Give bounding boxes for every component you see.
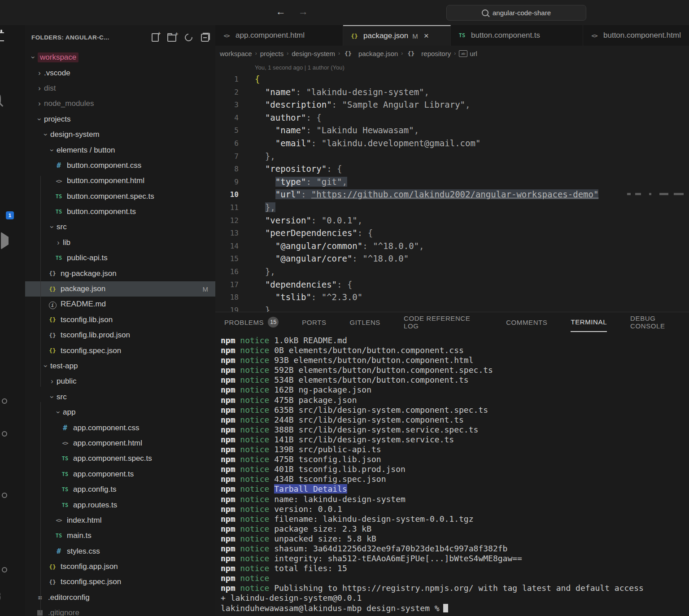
chevron-down-icon[interactable]: › bbox=[35, 115, 44, 124]
tree-item-vscode[interactable]: ›.vscode bbox=[25, 65, 215, 80]
tree-item-package-json[interactable]: {}package.jsonM bbox=[25, 281, 215, 297]
tree-item-lib[interactable]: ›lib bbox=[25, 235, 215, 250]
tree-item-button-component-html[interactable]: <>button.component.html bbox=[25, 173, 215, 188]
panel-tab-code-reference-log[interactable]: CODE REFERENCE LOG bbox=[404, 312, 483, 332]
command-center-search[interactable]: angular-code-share bbox=[446, 5, 586, 21]
tree-item-tsconfig-spec-json[interactable]: {}tsconfig.spec.json bbox=[25, 574, 215, 590]
search-icon[interactable] bbox=[0, 96, 12, 111]
tab-app-component-html[interactable]: <>app.component.html bbox=[215, 25, 343, 46]
tree-item-design-system[interactable]: ›design-system bbox=[25, 127, 215, 142]
tree-item-app[interactable]: ›app bbox=[25, 405, 215, 420]
code-editor[interactable]: You, 1 second ago | 1 author (You)1{2 "n… bbox=[215, 61, 689, 312]
tree-item-node-modules[interactable]: ›node_modules bbox=[25, 96, 215, 111]
chevron-down-icon[interactable]: › bbox=[48, 146, 56, 155]
tree-item-public-api-ts[interactable]: TSpublic-api.ts bbox=[25, 250, 215, 266]
explorer-icon[interactable] bbox=[0, 31, 12, 46]
chevron-down-icon[interactable]: › bbox=[48, 223, 56, 232]
run-debug-icon[interactable] bbox=[0, 237, 12, 252]
chevron-down-icon[interactable]: › bbox=[42, 362, 50, 371]
chevron-right-icon[interactable]: › bbox=[35, 69, 44, 77]
tree-item-main-ts[interactable]: TSmain.ts bbox=[25, 528, 215, 543]
tree-item-button-component-ts[interactable]: TSbutton.component.ts bbox=[25, 204, 215, 219]
new-folder-icon[interactable] bbox=[167, 35, 176, 42]
jsony-file-icon: {} bbox=[48, 564, 57, 570]
breadcrumb-item-url[interactable]: aburl bbox=[459, 50, 477, 57]
refresh-icon[interactable] bbox=[183, 32, 194, 43]
tree-item-tsconfig-spec-json[interactable]: {}tsconfig.spec.json bbox=[25, 343, 215, 358]
tree-item-app-config-ts[interactable]: TSapp.config.ts bbox=[25, 482, 215, 497]
close-icon[interactable]: × bbox=[424, 31, 429, 41]
history-icon[interactable] bbox=[0, 482, 12, 498]
tree-item-elements-button[interactable]: ›elements / button bbox=[25, 142, 215, 157]
tree-item-public[interactable]: ›public bbox=[25, 374, 215, 389]
code-line-content: "type": "git", bbox=[239, 175, 347, 188]
tree-item-ng-package-json[interactable]: {}ng-package.json bbox=[25, 266, 215, 281]
tab-package-json[interactable]: {}package.jsonM× bbox=[343, 25, 451, 46]
tree-item-readme-md[interactable]: iREADME.md bbox=[25, 297, 215, 312]
containers-icon[interactable] bbox=[0, 306, 12, 322]
tree-item-tsconfig-lib-prod-json[interactable]: {}tsconfig.lib.prod.json bbox=[25, 328, 215, 343]
tree-item-app-component-ts[interactable]: TSapp.component.ts bbox=[25, 467, 215, 482]
tree-item-styles-css[interactable]: #styles.css bbox=[25, 544, 215, 559]
chevron-right-icon[interactable]: › bbox=[35, 84, 44, 92]
copilot-icon[interactable] bbox=[0, 421, 12, 436]
chevron-right-icon[interactable]: › bbox=[54, 239, 63, 247]
codelens-annotation[interactable]: You, 1 second ago | 1 author (You) bbox=[215, 61, 689, 73]
tree-item-projects[interactable]: ›projects bbox=[25, 112, 215, 127]
new-file-icon[interactable] bbox=[152, 33, 159, 42]
panel-tab-terminal[interactable]: TERMINAL bbox=[571, 312, 607, 332]
breadcrumb-item-repository[interactable]: {}repository bbox=[406, 50, 451, 57]
tree-item-src[interactable]: ›src bbox=[25, 219, 215, 235]
tree-item-src[interactable]: ›src bbox=[25, 389, 215, 405]
tree-item-label: elements / button bbox=[57, 146, 115, 155]
panel-tab-debug-console[interactable]: DEBUG CONSOLE bbox=[630, 312, 689, 332]
terminal[interactable]: npm notice 1.0kB README.mdnpm notice 0B … bbox=[215, 332, 689, 613]
code-token: "@angular/core" bbox=[275, 253, 353, 263]
breadcrumb-item-design-system[interactable]: design-system bbox=[292, 50, 335, 57]
panel-tab-problems[interactable]: PROBLEMS15 bbox=[224, 312, 279, 332]
panel-tab-gitlens[interactable]: GITLENS bbox=[350, 312, 380, 332]
source-control-icon[interactable] bbox=[0, 167, 12, 183]
breadcrumb-item-projects[interactable]: projects bbox=[260, 50, 284, 57]
tree-item-button-component-css[interactable]: #button.component.css bbox=[25, 158, 215, 173]
explorer-section-header[interactable]: FOLDERS: ANGULAR-C... bbox=[25, 25, 215, 50]
chevron-down-icon[interactable]: › bbox=[29, 53, 37, 62]
chevron-down-icon[interactable]: › bbox=[54, 408, 62, 417]
account-icon[interactable] bbox=[0, 557, 12, 572]
tab-button-component-html[interactable]: <>button.component.html bbox=[583, 25, 689, 46]
explorer-actions bbox=[152, 33, 209, 42]
chevron-right-icon[interactable]: › bbox=[48, 377, 57, 385]
tree-item-test-app[interactable]: ›test-app bbox=[25, 358, 215, 374]
forward-arrow-icon[interactable]: → bbox=[298, 6, 308, 17]
chevron-right-icon[interactable]: › bbox=[35, 100, 44, 108]
settings-icon[interactable] bbox=[0, 593, 12, 608]
tree-item-app-component-html[interactable]: <>app.component.html bbox=[25, 436, 215, 451]
tree-item-tsconfig-app-json[interactable]: {}tsconfig.app.json bbox=[25, 559, 215, 574]
tree-item-dist[interactable]: ›dist bbox=[25, 81, 215, 96]
breadcrumb-item-package-json[interactable]: {}package.json bbox=[343, 50, 398, 57]
tree-item-index-html[interactable]: <>index.html bbox=[25, 513, 215, 528]
chevron-down-icon[interactable]: › bbox=[48, 393, 56, 402]
breadcrumb-item-workspace[interactable]: workspace bbox=[220, 50, 252, 57]
panel-tab-ports[interactable]: PORTS bbox=[302, 312, 326, 332]
panel-tab-comments[interactable]: COMMENTS bbox=[506, 312, 547, 332]
tab-button-component-ts[interactable]: TSbutton.component.ts bbox=[451, 25, 583, 46]
extensions-icon[interactable]: 1 bbox=[0, 202, 12, 218]
tree-item-editorconfig[interactable]: ≡.editorconfig bbox=[25, 590, 215, 605]
remote-icon[interactable] bbox=[0, 267, 12, 282]
tree-item-app-component-css[interactable]: #app.component.css bbox=[25, 420, 215, 435]
url-link[interactable]: "https://github.com/lakindu2002/angular-… bbox=[311, 189, 599, 199]
testing-icon[interactable] bbox=[0, 388, 12, 403]
tree-item-app-routes-ts[interactable]: TSapp.routes.ts bbox=[25, 497, 215, 512]
back-arrow-icon[interactable]: ← bbox=[276, 6, 286, 17]
minimap[interactable] bbox=[621, 192, 688, 197]
tree-item-button-component-spec-ts[interactable]: TSbutton.component.spec.ts bbox=[25, 189, 215, 204]
tree-item-workspace[interactable]: ›workspace bbox=[25, 50, 215, 65]
chevron-down-icon[interactable]: › bbox=[42, 130, 50, 139]
tree-item-tsconfig-lib-json[interactable]: {}tsconfig.lib.json bbox=[25, 312, 215, 328]
readme-info-icon: i bbox=[49, 301, 57, 309]
collapse-all-icon[interactable] bbox=[201, 34, 209, 42]
notice-label: notice bbox=[240, 415, 269, 424]
tree-item-app-component-spec-ts[interactable]: TSapp.component.spec.ts bbox=[25, 451, 215, 466]
tree-item-gitignore[interactable]: .gitignore bbox=[25, 605, 215, 616]
